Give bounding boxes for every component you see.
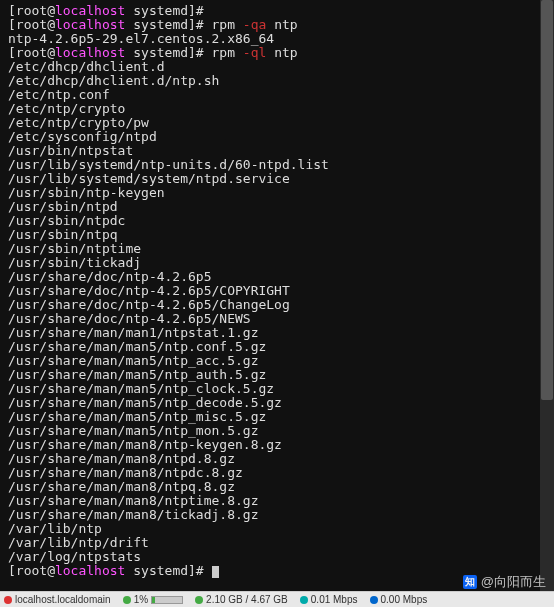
cursor-icon — [212, 566, 219, 578]
file-path: /var/lib/ntp/drift — [8, 536, 546, 550]
file-path: /etc/ntp/crypto — [8, 102, 546, 116]
file-path: /usr/bin/ntpstat — [8, 144, 546, 158]
file-path: /usr/sbin/ntpdc — [8, 214, 546, 228]
dot-icon — [195, 596, 203, 604]
file-path: /usr/lib/systemd/ntp-units.d/60-ntpd.lis… — [8, 158, 546, 172]
file-path: /usr/sbin/ntptime — [8, 242, 546, 256]
file-path: /usr/share/man/man8/ntptime.8.gz — [8, 494, 546, 508]
file-path: /usr/share/man/man5/ntp.conf.5.gz — [8, 340, 546, 354]
zhihu-logo-icon: 知 — [463, 575, 477, 589]
status-net1: 0.01 Mbps — [300, 593, 358, 607]
file-path: /usr/share/man/man5/ntp_auth.5.gz — [8, 368, 546, 382]
file-path: /etc/ntp.conf — [8, 88, 546, 102]
file-path: /var/lib/ntp — [8, 522, 546, 536]
file-path: /usr/share/doc/ntp-4.2.6p5/NEWS — [8, 312, 546, 326]
prompt-line-rpm-qa: [root@localhost systemd]# rpm -qa ntp — [8, 18, 546, 32]
file-path: /etc/ntp/crypto/pw — [8, 116, 546, 130]
file-path: /usr/sbin/ntpd — [8, 200, 546, 214]
file-path: /usr/share/doc/ntp-4.2.6p5/COPYRIGHT — [8, 284, 546, 298]
file-path: /usr/sbin/ntp-keygen — [8, 186, 546, 200]
file-path: /usr/sbin/ntpq — [8, 228, 546, 242]
terminal-output[interactable]: [root@localhost systemd]# [root@localhos… — [0, 0, 554, 591]
file-path: /etc/sysconfig/ntpd — [8, 130, 546, 144]
scroll-thumb[interactable] — [541, 0, 553, 400]
file-path: /usr/sbin/tickadj — [8, 256, 546, 270]
dot-icon — [370, 596, 378, 604]
dot-icon — [123, 596, 131, 604]
status-host: localhost.localdomain — [4, 593, 111, 607]
cpu-bar-icon — [151, 596, 183, 604]
terminal-scrollbar[interactable] — [540, 0, 554, 591]
status-cpu: 1% — [123, 593, 183, 607]
status-net2: 0.00 Mbps — [370, 593, 428, 607]
file-path: /usr/share/man/man5/ntp_misc.5.gz — [8, 410, 546, 424]
file-path: /usr/share/man/man8/ntpq.8.gz — [8, 480, 546, 494]
file-path: /usr/lib/systemd/system/ntpd.service — [8, 172, 546, 186]
status-mem: 2.10 GB / 4.67 GB — [195, 593, 288, 607]
watermark: 知 @向阳而生 — [463, 575, 546, 589]
output-qa: ntp-4.2.6p5-29.el7.centos.2.x86_64 — [8, 32, 546, 46]
file-path: /usr/share/man/man1/ntpstat.1.gz — [8, 326, 546, 340]
watermark-text: @向阳而生 — [481, 575, 546, 589]
prompt-line-empty: [root@localhost systemd]# — [8, 4, 546, 18]
prompt-line-rpm-ql: [root@localhost systemd]# rpm -ql ntp — [8, 46, 546, 60]
status-bar: localhost.localdomain 1% 2.10 GB / 4.67 … — [0, 591, 554, 607]
file-path: /usr/share/man/man8/tickadj.8.gz — [8, 508, 546, 522]
file-path: /var/log/ntpstats — [8, 550, 546, 564]
file-path: /usr/share/man/man8/ntpdc.8.gz — [8, 466, 546, 480]
file-path: /etc/dhcp/dhclient.d — [8, 60, 546, 74]
file-path: /usr/share/man/man5/ntp_decode.5.gz — [8, 396, 546, 410]
dot-icon — [300, 596, 308, 604]
file-path: /usr/share/man/man8/ntpd.8.gz — [8, 452, 546, 466]
dot-icon — [4, 596, 12, 604]
file-path: /usr/share/man/man8/ntp-keygen.8.gz — [8, 438, 546, 452]
file-path: /usr/share/doc/ntp-4.2.6p5 — [8, 270, 546, 284]
file-path: /usr/share/doc/ntp-4.2.6p5/ChangeLog — [8, 298, 546, 312]
file-path: /usr/share/man/man5/ntp_mon.5.gz — [8, 424, 546, 438]
file-path: /usr/share/man/man5/ntp_clock.5.gz — [8, 382, 546, 396]
file-path: /usr/share/man/man5/ntp_acc.5.gz — [8, 354, 546, 368]
file-path: /etc/dhcp/dhclient.d/ntp.sh — [8, 74, 546, 88]
